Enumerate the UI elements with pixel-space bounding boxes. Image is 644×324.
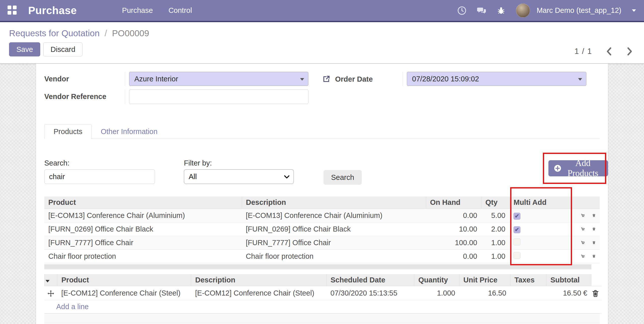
vendor-label: Vendor	[44, 72, 125, 83]
cell-multi-add: ✔	[509, 209, 572, 222]
cell-taxes[interactable]	[510, 286, 546, 300]
external-link-icon[interactable]	[322, 75, 331, 83]
order-date-field[interactable]: 07/28/2020 15:09:02	[407, 72, 586, 86]
options-caret-down-icon[interactable]	[46, 280, 50, 282]
breadcrumb: Requests for Quotation / PO00009	[0, 22, 644, 38]
search-input[interactable]	[44, 169, 155, 184]
cell-actions	[572, 222, 600, 236]
multi-add-checkbox[interactable]	[513, 238, 520, 245]
cell-delete	[591, 286, 602, 300]
cell-multi-add	[509, 236, 572, 249]
cell-qty: 1.00	[481, 249, 509, 263]
breadcrumb-separator: /	[102, 28, 110, 38]
empty-section-band	[44, 313, 600, 323]
plus-circle-icon	[554, 164, 561, 173]
vendor-reference-input[interactable]	[129, 89, 308, 104]
tab-products[interactable]: Products	[44, 124, 92, 139]
pager-next-icon[interactable]	[626, 47, 633, 56]
cell-qty: 2.00	[481, 222, 509, 236]
form-view-background: Vendor Azure Interior Vendor Reference	[0, 64, 644, 324]
product-search-table: Product Description On Hand Qty Multi Ad…	[44, 197, 600, 263]
cell-product: Chair floor protection	[44, 249, 242, 263]
multi-add-checkbox[interactable]: ✔	[513, 226, 520, 233]
add-to-cart-icon[interactable]	[581, 252, 585, 260]
app-brand[interactable]: Purchase	[28, 5, 77, 17]
product-row-2: [FURN_0269] Office Chair Black [FURN_026…	[44, 222, 600, 236]
nav-menu-control[interactable]: Control	[169, 6, 192, 15]
cell-subtotal: 16.50 €	[546, 286, 591, 300]
pager-text: 1 / 1	[575, 47, 592, 56]
user-menu[interactable]: Marc Demo (test_app_12)	[537, 6, 621, 15]
col-description: Description	[242, 197, 426, 209]
delete-trash-icon[interactable]	[592, 211, 596, 219]
filter-select-value: All	[189, 173, 197, 181]
messages-chat-icon[interactable]	[477, 6, 486, 15]
add-products-label: Add Products	[563, 158, 602, 178]
multi-add-checkbox[interactable]	[513, 252, 520, 259]
add-line-row: Add a line	[45, 300, 602, 313]
drag-handle-icon[interactable]	[47, 290, 54, 297]
delete-trash-icon[interactable]	[592, 225, 596, 233]
order-date-caret-down-icon	[578, 78, 582, 81]
col-actions	[572, 197, 600, 209]
filter-select[interactable]: All	[184, 169, 294, 184]
delete-trash-icon[interactable]	[592, 252, 596, 260]
cell-on-hand: 0.00	[426, 209, 481, 222]
breadcrumb-current: PO00009	[112, 28, 149, 38]
multi-add-checkbox[interactable]: ✔	[513, 213, 520, 220]
form-fields-group: Vendor Azure Interior Vendor Reference	[44, 72, 600, 108]
col-subtotal: Subtotal	[546, 274, 591, 286]
vendor-field[interactable]: Azure Interior	[129, 72, 308, 86]
user-caret-down-icon[interactable]	[632, 9, 636, 12]
add-products-button[interactable]: Add Products	[548, 160, 608, 176]
product-table-header-row: Product Description On Hand Qty Multi Ad…	[44, 197, 600, 209]
cell-multi-add	[509, 249, 572, 263]
cell-product: [FURN_7777] Office Chair	[44, 236, 242, 249]
cell-product: [E-COM13] Conference Chair (Aluminium)	[44, 209, 242, 222]
cell-product[interactable]: [E-COM12] Conference Chair (Steel)	[57, 286, 191, 300]
cell-multi-add: ✔	[509, 222, 572, 236]
col-product: Product	[44, 197, 242, 209]
cell-qty: 5.00	[481, 209, 509, 222]
col-qty: Qty	[481, 197, 509, 209]
pager: 1 / 1	[575, 47, 633, 56]
cell-actions	[572, 209, 600, 222]
search-label: Search:	[44, 159, 155, 167]
activities-clock-icon[interactable]	[457, 6, 467, 15]
form-sheet: Vendor Azure Interior Vendor Reference	[36, 64, 608, 324]
add-to-cart-icon[interactable]	[581, 225, 585, 233]
vendor-caret-down-icon	[300, 78, 304, 81]
cell-description: [FURN_0269] Office Chair Black	[242, 222, 426, 236]
cell-description: [FURN_7777] Office Chair	[242, 236, 426, 249]
add-to-cart-icon[interactable]	[581, 211, 585, 219]
control-panel: Requests for Quotation / PO00009 Save Di…	[0, 22, 644, 64]
cell-unit-price[interactable]: 16.50	[459, 286, 510, 300]
order-line-row-1: [E-COM12] Conference Chair (Steel) [E-CO…	[45, 286, 602, 300]
breadcrumb-parent-link[interactable]: Requests for Quotation	[9, 28, 100, 38]
vendor-value: Azure Interior	[134, 75, 178, 83]
delete-trash-icon[interactable]	[592, 239, 596, 247]
apps-grid-icon[interactable]	[8, 6, 18, 16]
discard-button[interactable]: Discard	[43, 42, 83, 56]
save-button[interactable]: Save	[9, 42, 40, 56]
vendor-reference-label: Vendor Reference	[44, 89, 125, 101]
order-date-label: Order Date	[335, 75, 373, 83]
col-taxes: Taxes	[510, 274, 546, 286]
debug-bug-icon[interactable]	[496, 6, 506, 15]
cell-scheduled-date[interactable]: 07/30/2020 15:13:55	[327, 286, 414, 300]
user-avatar[interactable]	[516, 4, 530, 18]
cell-quantity[interactable]: 1.000	[414, 286, 459, 300]
delete-trash-icon[interactable]	[591, 289, 599, 298]
order-lines-header-row: Product Description Scheduled Date Quant…	[45, 274, 602, 286]
col-quantity: Quantity	[414, 274, 459, 286]
cell-drag-handle	[45, 286, 57, 300]
nav-menu-purchase[interactable]: Purchase	[122, 6, 153, 15]
col-multi-add: Multi Add	[509, 197, 572, 209]
tab-other-information[interactable]: Other Information	[92, 124, 167, 139]
top-navbar: Purchase Purchase Control Marc Demo (tes…	[0, 0, 644, 22]
search-button[interactable]: Search	[324, 170, 362, 185]
cell-description[interactable]: [E-COM12] Conference Chair (Steel)	[191, 286, 327, 300]
pager-previous-icon[interactable]	[605, 47, 613, 56]
add-a-line-link[interactable]: Add a line	[56, 303, 89, 311]
add-to-cart-icon[interactable]	[581, 239, 585, 247]
